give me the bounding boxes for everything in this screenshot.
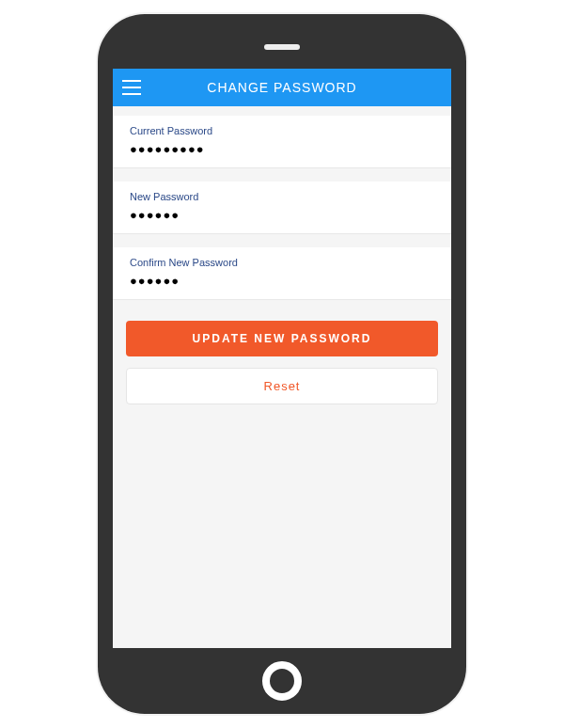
app-header: CHANGE PASSWORD — [113, 69, 451, 106]
new-password-value: ●●●●●● — [130, 208, 434, 222]
update-password-button[interactable]: UPDATE NEW PASSWORD — [126, 321, 438, 356]
current-password-field[interactable]: Current Password ●●●●●●●●● — [113, 116, 451, 168]
screen: CHANGE PASSWORD Current Password ●●●●●●●… — [113, 69, 451, 648]
home-button[interactable] — [262, 661, 302, 701]
content-area: Current Password ●●●●●●●●● New Password … — [113, 106, 451, 648]
new-password-field[interactable]: New Password ●●●●●● — [113, 182, 451, 234]
page-title: CHANGE PASSWORD — [122, 80, 442, 95]
button-area: UPDATE NEW PASSWORD Reset — [113, 313, 451, 404]
confirm-password-label: Confirm New Password — [130, 257, 434, 268]
confirm-password-field[interactable]: Confirm New Password ●●●●●● — [113, 247, 451, 300]
phone-frame: CHANGE PASSWORD Current Password ●●●●●●●… — [98, 14, 466, 714]
current-password-value: ●●●●●●●●● — [130, 142, 434, 156]
phone-speaker — [264, 44, 300, 50]
confirm-password-value: ●●●●●● — [130, 274, 434, 288]
new-password-label: New Password — [130, 191, 434, 202]
reset-button[interactable]: Reset — [126, 368, 438, 404]
current-password-label: Current Password — [130, 125, 434, 136]
